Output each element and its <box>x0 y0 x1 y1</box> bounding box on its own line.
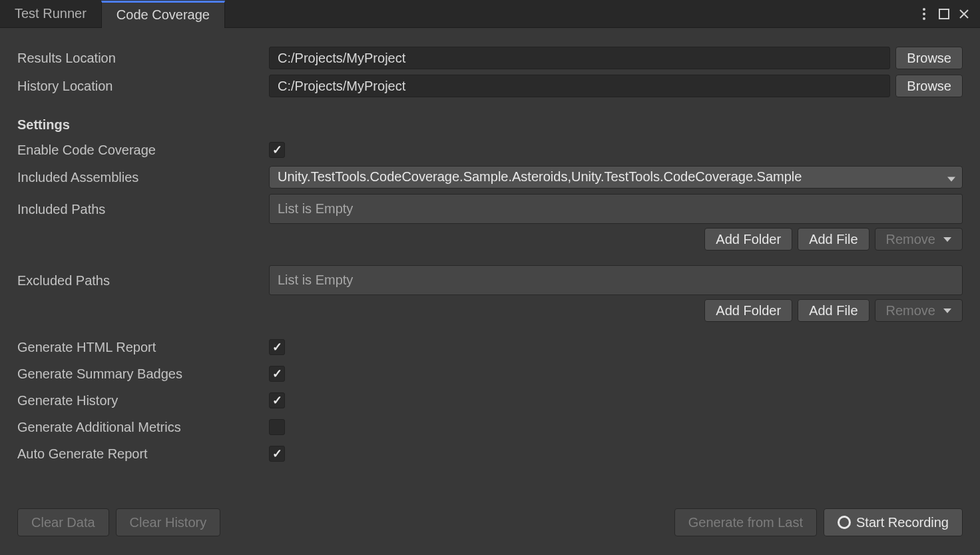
generate-history-label: Generate History <box>17 393 269 408</box>
included-paths-label: Included Paths <box>17 194 269 217</box>
chevron-down-icon <box>943 237 951 242</box>
results-location-input[interactable] <box>269 47 890 69</box>
maximize-icon[interactable] <box>937 7 951 21</box>
close-icon[interactable] <box>957 7 971 21</box>
excluded-paths-list[interactable]: List is Empty <box>269 265 963 295</box>
excluded-paths-label: Excluded Paths <box>17 265 269 288</box>
generate-metrics-checkbox[interactable] <box>269 419 285 435</box>
generate-badges-label: Generate Summary Badges <box>17 366 269 382</box>
clear-history-button[interactable]: Clear History <box>116 508 221 536</box>
start-recording-button[interactable]: Start Recording <box>824 508 963 536</box>
tab-code-coverage[interactable]: Code Coverage <box>101 1 225 28</box>
history-location-input[interactable] <box>269 75 890 97</box>
generate-html-label: Generate HTML Report <box>17 340 269 355</box>
included-assemblies-value: Unity.TestTools.CodeCoverage.Sample.Aste… <box>278 169 802 184</box>
generate-badges-checkbox[interactable] <box>269 366 285 382</box>
history-location-label: History Location <box>17 79 269 94</box>
results-browse-button[interactable]: Browse <box>895 47 963 69</box>
svg-rect-0 <box>939 9 949 19</box>
record-icon <box>838 516 851 529</box>
settings-heading: Settings <box>17 117 963 133</box>
results-location-label: Results Location <box>17 51 269 66</box>
footer-bar: Clear Data Clear History Generate from L… <box>17 496 963 555</box>
generate-html-checkbox[interactable] <box>269 339 285 355</box>
generate-history-checkbox[interactable] <box>269 392 285 408</box>
clear-data-button[interactable]: Clear Data <box>17 508 109 536</box>
history-browse-button[interactable]: Browse <box>895 75 963 97</box>
chevron-down-icon <box>943 308 951 313</box>
generate-from-last-button[interactable]: Generate from Last <box>674 508 817 536</box>
auto-generate-label: Auto Generate Report <box>17 446 269 462</box>
enable-coverage-label: Enable Code Coverage <box>17 143 269 158</box>
excluded-remove-button[interactable]: Remove <box>875 299 963 322</box>
tab-bar: Test Runner Code Coverage <box>0 0 980 28</box>
chevron-down-icon <box>945 170 955 185</box>
menu-icon[interactable] <box>917 7 931 21</box>
included-add-folder-button[interactable]: Add Folder <box>704 228 792 251</box>
generate-metrics-label: Generate Additional Metrics <box>17 420 269 435</box>
excluded-add-folder-button[interactable]: Add Folder <box>704 299 792 322</box>
included-add-file-button[interactable]: Add File <box>798 228 869 251</box>
included-assemblies-dropdown[interactable]: Unity.TestTools.CodeCoverage.Sample.Aste… <box>269 166 963 189</box>
content-area: Results Location Browse History Location… <box>0 28 980 555</box>
included-paths-list[interactable]: List is Empty <box>269 194 963 224</box>
enable-coverage-checkbox[interactable] <box>269 142 285 158</box>
included-assemblies-label: Included Assemblies <box>17 170 269 185</box>
code-coverage-window: Test Runner Code Coverage Results Locati… <box>0 0 980 555</box>
tab-test-runner[interactable]: Test Runner <box>0 0 101 27</box>
excluded-add-file-button[interactable]: Add File <box>798 299 869 322</box>
auto-generate-checkbox[interactable] <box>269 446 285 462</box>
included-remove-button[interactable]: Remove <box>875 228 963 251</box>
